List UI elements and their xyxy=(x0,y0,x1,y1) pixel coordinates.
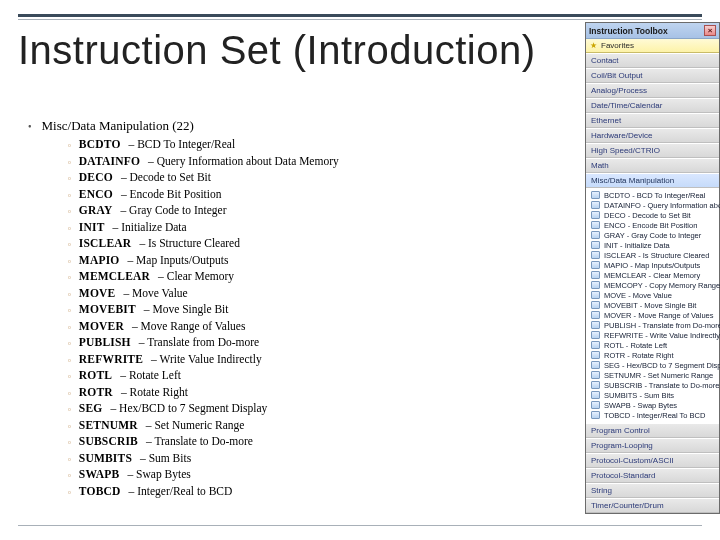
toolbox-section[interactable]: Date/Time/Calendar xyxy=(586,98,719,113)
mnemonic: SUMBITS xyxy=(79,451,132,467)
instruction-icon xyxy=(591,261,600,269)
toolbox-item[interactable]: INIT - Initialize Data xyxy=(591,240,716,250)
description: Query Information about Data Memory xyxy=(148,154,339,170)
bullet-level2: ▫ xyxy=(68,419,71,435)
bullet-level2: ▫ xyxy=(68,254,71,270)
toolbox-item[interactable]: MEMCLEAR - Clear Memory xyxy=(591,270,716,280)
instruction-icon xyxy=(591,331,600,339)
toolbox-item[interactable]: MOVE - Move Value xyxy=(591,290,716,300)
instruction-icon xyxy=(591,401,600,409)
bullet-level2: ▫ xyxy=(68,452,71,468)
toolbox-item[interactable]: SWAPB - Swap Bytes xyxy=(591,400,716,410)
list-item: ▫ROTRRotate Right xyxy=(68,385,528,402)
toolbox-item[interactable]: PUBLISH - Translate from Do-more xyxy=(591,320,716,330)
mnemonic: REFWRITE xyxy=(79,352,143,368)
toolbox-item[interactable]: SETNUMR - Set Numeric Range xyxy=(591,370,716,380)
toolbox-section-active[interactable]: Misc/Data Manipulation xyxy=(586,173,719,188)
toolbox-section[interactable]: Timer/Counter/Drum xyxy=(586,498,719,513)
bullet-level2: ▫ xyxy=(68,402,71,418)
mnemonic: DATAINFO xyxy=(79,154,140,170)
mnemonic: SETNUMR xyxy=(79,418,138,434)
toolbox-section[interactable]: String xyxy=(586,483,719,498)
toolbox-item-label: ROTL - Rotate Left xyxy=(604,341,667,350)
instruction-icon xyxy=(591,321,600,329)
toolbox-section[interactable]: Coil/Bit Output xyxy=(586,68,719,83)
toolbox-item-label: SUBSCRIB - Translate to Do-more xyxy=(604,381,719,390)
toolbox-favorites[interactable]: ★ Favorites xyxy=(586,39,719,53)
toolbox-item[interactable]: DATAINFO - Query Information about Data … xyxy=(591,200,716,210)
list-item: ▫DECODecode to Set Bit xyxy=(68,170,528,187)
instruction-list: ▫BCDTOBCD To Integer/Real▫DATAINFOQuery … xyxy=(68,137,528,500)
instruction-icon xyxy=(591,341,600,349)
bullet-level2: ▫ xyxy=(68,237,71,253)
toolbox-item[interactable]: MEMCOPY - Copy Memory Range xyxy=(591,280,716,290)
toolbox-section[interactable]: Program-Looping xyxy=(586,438,719,453)
slide-body: • Misc/Data Manipulation (22) ▫BCDTOBCD … xyxy=(28,118,528,500)
toolbox-item[interactable]: REFWRITE - Write Value Indirectly xyxy=(591,330,716,340)
toolbox-item[interactable]: MAPIO - Map Inputs/Outputs xyxy=(591,260,716,270)
list-item: ▫INITInitialize Data xyxy=(68,220,528,237)
toolbox-section[interactable]: Analog/Process xyxy=(586,83,719,98)
mnemonic: MEMCLEAR xyxy=(79,269,150,285)
instruction-icon xyxy=(591,351,600,359)
description: Rotate Right xyxy=(121,385,188,401)
toolbox-item-label: TOBCD - Integer/Real To BCD xyxy=(604,411,705,420)
toolbox-section[interactable]: Program Control xyxy=(586,423,719,438)
toolbox-titlebar[interactable]: Instruction Toolbox × xyxy=(586,23,719,39)
toolbox-item[interactable]: SUMBITS - Sum Bits xyxy=(591,390,716,400)
mnemonic: SEG xyxy=(79,401,103,417)
toolbox-item[interactable]: DECO - Decode to Set Bit xyxy=(591,210,716,220)
toolbox-item[interactable]: MOVEBIT - Move Single Bit xyxy=(591,300,716,310)
list-item: ▫MOVEMove Value xyxy=(68,286,528,303)
description: Gray Code to Integer xyxy=(120,203,226,219)
list-item: ▫TOBCDInteger/Real to BCD xyxy=(68,484,528,501)
toolbox-item[interactable]: MOVER - Move Range of Values xyxy=(591,310,716,320)
list-item: ▫BCDTOBCD To Integer/Real xyxy=(68,137,528,154)
bullet-level2: ▫ xyxy=(68,468,71,484)
toolbox-section[interactable]: Ethernet xyxy=(586,113,719,128)
mnemonic: ENCO xyxy=(79,187,113,203)
toolbox-section[interactable]: Hardware/Device xyxy=(586,128,719,143)
instruction-icon xyxy=(591,281,600,289)
toolbox-sections-top: ContactCoil/Bit OutputAnalog/ProcessDate… xyxy=(586,53,719,173)
mnemonic: MOVER xyxy=(79,319,124,335)
toolbox-title: Instruction Toolbox xyxy=(589,26,668,36)
toolbox-item-label: REFWRITE - Write Value Indirectly xyxy=(604,331,720,340)
rule-top xyxy=(18,14,702,20)
description: Clear Memory xyxy=(158,269,234,285)
toolbox-item[interactable]: BCDTO - BCD To Integer/Real xyxy=(591,190,716,200)
toolbox-item-label: MOVER - Move Range of Values xyxy=(604,311,714,320)
toolbox-item[interactable]: ISCLEAR - Is Structure Cleared xyxy=(591,250,716,260)
toolbox-item-label: MEMCLEAR - Clear Memory xyxy=(604,271,700,280)
toolbox-item[interactable]: ROTL - Rotate Left xyxy=(591,340,716,350)
bullet-level2: ▫ xyxy=(68,270,71,286)
toolbox-item[interactable]: ENCO - Encode Bit Position xyxy=(591,220,716,230)
toolbox-item-label: DATAINFO - Query Information about Data … xyxy=(604,201,720,210)
instruction-icon xyxy=(591,361,600,369)
description: Translate from Do-more xyxy=(139,335,259,351)
toolbox-item[interactable]: GRAY - Gray Code to Integer xyxy=(591,230,716,240)
description: Set Numeric Range xyxy=(146,418,245,434)
description: Map Inputs/Outputs xyxy=(127,253,228,269)
toolbox-item[interactable]: TOBCD - Integer/Real To BCD xyxy=(591,410,716,420)
toolbox-item-label: INIT - Initialize Data xyxy=(604,241,670,250)
close-icon[interactable]: × xyxy=(704,25,716,36)
toolbox-item[interactable]: ROTR - Rotate Right xyxy=(591,350,716,360)
toolbox-section[interactable]: Math xyxy=(586,158,719,173)
list-item: ▫MOVERMove Range of Values xyxy=(68,319,528,336)
toolbox-item-label: PUBLISH - Translate from Do-more xyxy=(604,321,720,330)
toolbox-item-label: MEMCOPY - Copy Memory Range xyxy=(604,281,720,290)
section-heading-row: • Misc/Data Manipulation (22) xyxy=(28,118,528,134)
mnemonic: SUBSCRIB xyxy=(79,434,138,450)
toolbox-section[interactable]: Protocol-Standard xyxy=(586,468,719,483)
toolbox-section[interactable]: Protocol-Custom/ASCII xyxy=(586,453,719,468)
slide-title: Instruction Set (Introduction) xyxy=(18,28,535,73)
mnemonic: ISCLEAR xyxy=(79,236,132,252)
mnemonic: MOVE xyxy=(79,286,116,302)
toolbox-section[interactable]: High Speed/CTRIO xyxy=(586,143,719,158)
toolbox-section[interactable]: Contact xyxy=(586,53,719,68)
description: Initialize Data xyxy=(113,220,187,236)
toolbox-item[interactable]: SUBSCRIB - Translate to Do-more xyxy=(591,380,716,390)
toolbox-item[interactable]: SEG - Hex/BCD to 7 Segment Display xyxy=(591,360,716,370)
mnemonic: MOVEBIT xyxy=(79,302,136,318)
